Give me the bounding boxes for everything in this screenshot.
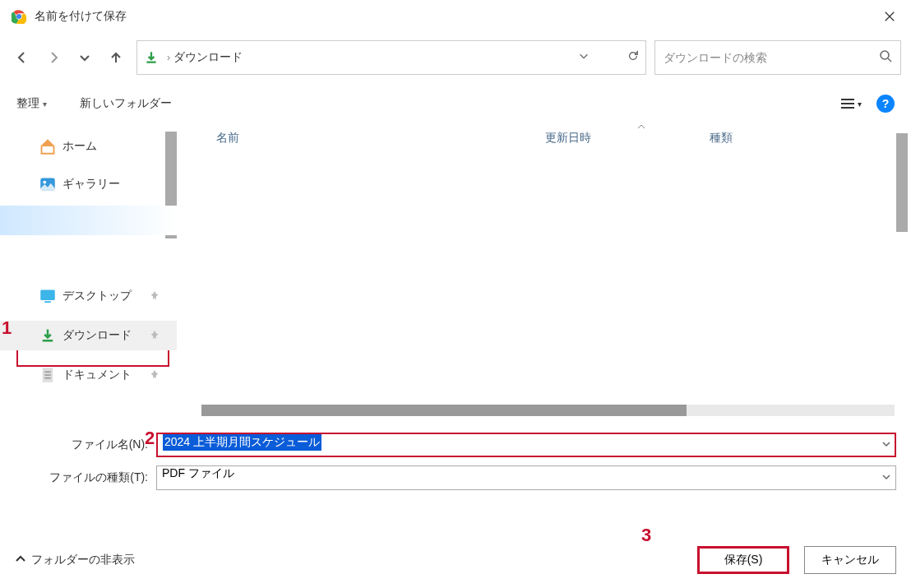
up-button[interactable] — [104, 45, 128, 70]
download-folder-icon — [144, 50, 159, 65]
path-separator-icon: › — [167, 52, 170, 63]
svg-rect-12 — [40, 290, 55, 301]
filetype-value: PDF ファイル — [162, 466, 234, 479]
download-icon — [39, 327, 56, 344]
filetype-dropdown-icon[interactable] — [881, 470, 891, 485]
gallery-icon — [39, 176, 56, 192]
navbar: › ダウンロード — [0, 33, 911, 82]
sidebar-item-documents[interactable]: ドキュメント — [0, 360, 177, 390]
filelist-scrollbar-v[interactable] — [896, 133, 908, 232]
toolbar: 整理 ▾ 新しいフォルダー ▾ ? — [0, 82, 911, 125]
svg-point-5 — [881, 51, 889, 59]
sort-up-icon — [637, 120, 645, 133]
sidebar-item-gallery[interactable]: ギャラリー — [0, 169, 177, 199]
sidebar-item-home[interactable]: ホーム — [0, 132, 177, 161]
refresh-button[interactable] — [627, 50, 639, 65]
form-area: ファイル名(N): 2024 上半期月間スケジュール ファイルの種類(T): P… — [0, 421, 911, 507]
column-date[interactable]: 更新日時 — [545, 131, 710, 146]
svg-line-6 — [888, 58, 891, 62]
titlebar: 名前を付けて保存 — [0, 0, 911, 33]
current-location: ダウンロード — [173, 50, 578, 65]
window-title: 名前を付けて保存 — [35, 9, 875, 24]
pin-icon[interactable] — [149, 329, 160, 343]
svg-point-1 — [16, 14, 21, 19]
filetype-select[interactable]: PDF ファイル — [156, 465, 896, 490]
filename-value: 2024 上半期月間スケジュール — [163, 434, 321, 451]
organize-menu[interactable]: 整理 ▾ — [16, 96, 47, 111]
caret-down-icon: ▾ — [43, 100, 47, 109]
column-type[interactable]: 種類 — [710, 131, 733, 146]
column-name[interactable]: 名前 — [216, 131, 545, 146]
back-button[interactable] — [10, 45, 35, 70]
hide-folders-toggle[interactable]: フォルダーの非表示 — [15, 553, 135, 567]
sidebar-item-downloads[interactable]: ダウンロード — [0, 321, 177, 350]
desktop-icon — [39, 288, 56, 304]
sidebar: ホーム ギャラリー デスクトップ ダウンロード ドキュメント — [0, 125, 177, 421]
cancel-button[interactable]: キャンセル — [804, 546, 896, 574]
search-input[interactable] — [664, 51, 879, 64]
path-dropdown-icon[interactable] — [578, 50, 590, 65]
address-bar[interactable]: › ダウンロード — [136, 40, 646, 75]
sidebar-item-unknown[interactable] — [0, 206, 177, 235]
pin-icon[interactable] — [149, 289, 160, 303]
save-button[interactable]: 保存(S) — [697, 546, 789, 574]
filelist-scrollbar-h[interactable] — [201, 405, 895, 416]
filename-input[interactable]: 2024 上半期月間スケジュール — [156, 433, 896, 457]
home-icon — [39, 138, 56, 155]
sidebar-item-desktop[interactable]: デスクトップ — [0, 281, 177, 311]
footer: フォルダーの非表示 保存(S) キャンセル — [0, 532, 911, 588]
svg-point-11 — [43, 181, 46, 184]
search-icon[interactable] — [879, 49, 892, 66]
forward-button[interactable] — [41, 45, 66, 70]
filename-label: ファイル名(N): — [15, 438, 156, 452]
document-icon — [39, 367, 56, 383]
search-box[interactable] — [654, 40, 901, 75]
new-folder-button[interactable]: 新しいフォルダー — [80, 96, 172, 111]
pin-icon[interactable] — [149, 368, 160, 382]
chevron-up-icon — [15, 553, 26, 567]
caret-down-icon: ▾ — [858, 100, 862, 109]
close-button[interactable] — [875, 2, 904, 31]
view-menu[interactable]: ▾ — [839, 97, 862, 110]
svg-rect-13 — [44, 301, 51, 303]
filetype-label: ファイルの種類(T): — [15, 470, 156, 485]
file-list-header: 名前 更新日時 種類 — [177, 125, 911, 151]
help-button[interactable]: ? — [876, 95, 895, 113]
chrome-icon — [12, 9, 26, 24]
recent-dropdown[interactable] — [72, 45, 97, 70]
file-list[interactable]: 名前 更新日時 種類 — [177, 125, 911, 421]
filename-dropdown-icon[interactable] — [881, 438, 891, 452]
